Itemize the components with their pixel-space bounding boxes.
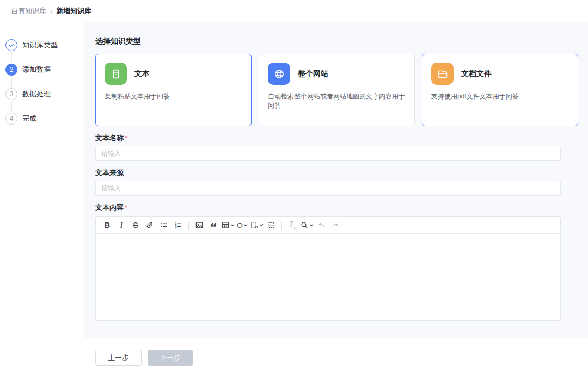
numbered-list-icon: 1 2 <box>174 221 182 230</box>
undo-button[interactable] <box>315 219 328 232</box>
step-1-label: 知识库类型 <box>22 40 58 50</box>
main-panel: 选择知识类型 <box>84 22 588 338</box>
folder-icon <box>431 63 454 85</box>
block-quote-icon: “ <box>210 225 217 231</box>
breadcrumb-separator-icon: › <box>50 7 52 15</box>
insert-image-icon <box>195 221 204 230</box>
previous-step-button[interactable]: 上一步 <box>95 350 142 366</box>
step-connector <box>11 101 12 112</box>
field-label-text-content: 文本内容* <box>95 203 578 212</box>
svg-text:2: 2 <box>175 225 177 228</box>
insert-image-button[interactable] <box>193 219 206 232</box>
insert-template-button[interactable] <box>250 219 264 232</box>
chevron-down-icon <box>309 223 314 227</box>
steps-sidebar: 知识库类型 2 添加数据 3 数据处理 4 完成 <box>0 22 84 372</box>
step-1-circle <box>5 39 17 51</box>
text-content-editor-area[interactable] <box>96 234 560 320</box>
numbered-list-button[interactable]: 1 2 <box>171 219 185 232</box>
special-characters-icon: Ω <box>237 221 243 230</box>
link-icon <box>145 221 154 230</box>
globe-icon <box>268 63 290 85</box>
rich-text-editor: B I S <box>95 216 561 321</box>
redo-button[interactable] <box>329 219 342 232</box>
card-document-file[interactable]: 文档文件 支持使用pdf文件文本用于问答 <box>422 54 578 126</box>
step-2-circle: 2 <box>5 64 17 76</box>
link-button[interactable] <box>143 219 156 232</box>
card-text-title: 文本 <box>134 69 150 79</box>
strikethrough-icon: S <box>133 221 138 230</box>
next-step-button[interactable]: 下一步 <box>148 350 193 366</box>
step-item-knowledge-type[interactable]: 知识库类型 <box>5 39 84 51</box>
bulleted-list-button[interactable] <box>157 219 170 232</box>
step-4-label: 完成 <box>22 114 36 123</box>
step-3-label: 数据处理 <box>22 89 51 99</box>
insert-table-button[interactable] <box>221 219 235 232</box>
undo-icon <box>317 221 326 230</box>
step-3-circle: 3 <box>5 88 17 100</box>
step-2-label: 添加数据 <box>22 65 51 75</box>
toolbar-separator <box>188 221 189 230</box>
select-all-icon <box>267 221 275 230</box>
remove-format-icon: Tx <box>289 220 296 230</box>
check-icon <box>6 39 17 51</box>
chevron-down-icon <box>259 223 264 227</box>
section-title: 选择知识类型 <box>95 36 578 46</box>
required-mark: * <box>125 134 127 142</box>
card-text[interactable]: 文本 复制粘贴文本用于回答 <box>95 54 252 126</box>
card-document-file-description: 支持使用pdf文件文本用于问答 <box>431 92 569 101</box>
special-characters-button[interactable]: Ω <box>236 219 249 232</box>
breadcrumb-parent-link[interactable]: 自有知识库 <box>11 6 46 16</box>
insert-table-icon <box>221 221 230 230</box>
text-name-input[interactable] <box>95 146 561 161</box>
block-quote-button[interactable]: “ <box>207 221 220 234</box>
field-label-text-source: 文本来源 <box>95 168 578 177</box>
step-4-circle: 4 <box>5 113 17 125</box>
card-document-file-title: 文档文件 <box>461 69 492 79</box>
select-all-button[interactable] <box>265 219 278 232</box>
step-connector <box>11 76 12 88</box>
bold-button[interactable]: B <box>101 219 114 232</box>
step-item-add-data[interactable]: 2 添加数据 <box>5 64 84 76</box>
breadcrumb-current: 新增知识库 <box>56 6 91 16</box>
chevron-down-icon <box>243 223 248 227</box>
step-connector <box>11 52 12 63</box>
document-icon <box>105 63 127 85</box>
bold-icon: B <box>105 221 110 230</box>
card-text-description: 复制粘贴文本用于回答 <box>105 92 242 101</box>
field-label-text-name: 文本名称* <box>95 133 578 142</box>
find-and-replace-icon <box>300 221 309 230</box>
insert-template-icon <box>250 221 259 230</box>
footer-actions: 上一步 下一步 <box>84 338 588 372</box>
italic-button[interactable]: I <box>115 219 128 232</box>
card-website[interactable]: 整个网站 自动检索整个网站或者网站地图的文字内容用于问答 <box>259 54 415 126</box>
toolbar-separator <box>281 221 282 230</box>
step-item-data-processing[interactable]: 3 数据处理 <box>5 88 84 100</box>
step-item-finish[interactable]: 4 完成 <box>5 113 84 125</box>
bulleted-list-icon <box>160 221 168 230</box>
required-mark: * <box>125 203 127 212</box>
text-source-input[interactable] <box>95 181 561 196</box>
remove-format-button[interactable]: Tx <box>286 219 299 232</box>
card-website-title: 整个网站 <box>298 69 328 79</box>
knowledge-type-cards: 文本 复制粘贴文本用于回答 <box>95 54 578 126</box>
strikethrough-button[interactable]: S <box>129 219 142 232</box>
italic-icon: I <box>120 221 123 230</box>
breadcrumb: 自有知识库 › 新增知识库 <box>0 0 588 22</box>
redo-icon <box>331 221 340 230</box>
chevron-down-icon <box>230 223 235 227</box>
find-and-replace-button[interactable] <box>300 219 314 232</box>
card-website-description: 自动检索整个网站或者网站地图的文字内容用于问答 <box>268 92 406 110</box>
editor-toolbar: B I S <box>96 217 560 234</box>
